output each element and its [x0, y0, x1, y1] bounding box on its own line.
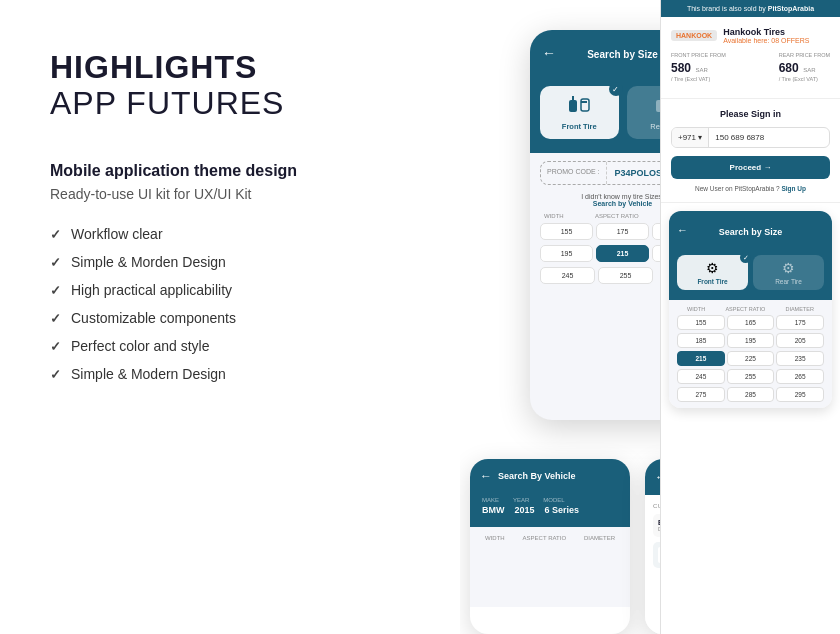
check-icon-3: ✓: [50, 283, 61, 298]
vehicle-values: BMW 2015 6 Series: [482, 505, 618, 515]
check-icon-5: ✓: [50, 339, 61, 354]
sign-up-link[interactable]: Sign Up: [781, 185, 806, 192]
cart-title-row: ← My Cart: [655, 470, 660, 484]
mini-check-badge: ✓: [740, 252, 751, 263]
mini-245[interactable]: 245: [677, 369, 725, 384]
rear-sar: SAR: [803, 67, 815, 73]
mini-search-phone: ← Search by Size ✓ ⚙ Front Tire ⚙ Rear T…: [669, 211, 832, 408]
pitstop-link[interactable]: PitStopArabia: [768, 5, 814, 12]
vehicle-labels: MAKE YEAR MODEL: [482, 497, 618, 503]
search-by-vehicle-link[interactable]: Search by Vehicle: [593, 200, 653, 207]
mini-295[interactable]: 295: [776, 387, 824, 402]
hankook-info: Hankook Tires Available here: 08 OFFERS: [723, 27, 809, 44]
check-icon-2: ✓: [50, 255, 61, 270]
proceed-button[interactable]: Proceed →: [671, 156, 830, 179]
size-195[interactable]: 195: [540, 245, 593, 262]
size-245[interactable]: 245: [540, 267, 595, 284]
size-215-selected[interactable]: 215: [596, 245, 649, 262]
size-255[interactable]: 255: [598, 267, 653, 284]
size-row-2: 195 215 235: [540, 245, 660, 262]
mini-rear-icon: ⚙: [756, 260, 821, 276]
size-185[interactable]: 185: [652, 223, 660, 240]
mini-185[interactable]: 185: [677, 333, 725, 348]
front-tire-option[interactable]: ✓ Front Tire: [540, 86, 619, 139]
mini-155[interactable]: 155: [677, 315, 725, 330]
feature-list: ✓ Workflow clear ✓ Simple & Morden Desig…: [50, 226, 420, 382]
bridgestone-card: BRIDGESTONE Bridgestone Tire FRONT SIZE …: [653, 542, 660, 568]
promo-label: PROMO CODE :: [541, 162, 607, 184]
mini-row-4: 245 255 265: [677, 369, 824, 384]
hankook-section: HANKOOK Hankook Tires Available here: 08…: [661, 17, 840, 99]
mini-size-grid: WIDTH ASPECT RATIO DIAMETER 155 165 175 …: [669, 300, 832, 408]
mini-165[interactable]: 165: [727, 315, 775, 330]
rear-tire-option[interactable]: Rear Tire: [627, 86, 661, 139]
mini-205[interactable]: 205: [776, 333, 824, 348]
back-arrow[interactable]: ←: [542, 45, 556, 61]
size-155[interactable]: 155: [540, 223, 593, 240]
mini-row-5: 275 285 295: [677, 387, 824, 402]
right-panel: This brand is also sold by PitStopArabia…: [660, 0, 840, 634]
mini-front-label: Front Tire: [680, 278, 745, 285]
new-user-text: New User on PitStopArabia ? Sign Up: [671, 185, 830, 192]
mockups-area: ← Search by Size ✓ Front Tire Rear Tire: [460, 0, 660, 634]
booking-card: Booking No : 2560E369 Date: 05, JAN 2020…: [653, 514, 660, 537]
mini-235[interactable]: 235: [776, 351, 824, 366]
svg-rect-0: [569, 100, 577, 112]
booking-top: Booking No : 2560E369 Date: 05, JAN 2020…: [658, 519, 660, 532]
rear-price: 680: [779, 61, 799, 75]
search-vehicle-header: ← Search By Vehicle: [470, 459, 630, 493]
bridgestone-logo: BRIDGESTONE: [658, 547, 660, 563]
mini-row-2: 185 195 205: [677, 333, 824, 348]
promo-section: PROMO CODE : P34POLOS: [530, 153, 660, 193]
price-row: FRONT PRICE FROM 580 SAR / Tire (Excl VA…: [671, 52, 830, 82]
signin-section: Please Sign in +971 ▾ 150 689 6878 Proce…: [661, 99, 840, 202]
feature-item-3: ✓ High practical applicability: [50, 282, 420, 298]
mini-285[interactable]: 285: [727, 387, 775, 402]
dont-know-text: I didn't know my tire Sizes. Search by V…: [530, 193, 660, 207]
right-search-phone: ← Search by Size ✓ ⚙ Front Tire ⚙ Rear T…: [661, 203, 840, 416]
mini-215[interactable]: 215: [677, 351, 725, 366]
cart-body: CURRENT ORDERS AND BOOKINGS Booking No :…: [645, 495, 660, 634]
check-badge: ✓: [609, 82, 623, 96]
main-phone-mockup: ← Search by Size ✓ Front Tire Rear Tire: [530, 30, 660, 420]
search-vehicle-title: Search By Vehicle: [498, 471, 576, 481]
mini-265[interactable]: 265: [776, 369, 824, 384]
promo-box[interactable]: PROMO CODE : P34POLOS: [540, 161, 660, 185]
mini-back-icon[interactable]: ←: [677, 224, 688, 236]
mini-front-tire[interactable]: ✓ ⚙ Front Tire: [677, 255, 748, 290]
hankook-logo: HANKOOK: [671, 30, 717, 41]
cart-back-icon[interactable]: ←: [655, 470, 660, 484]
mini-225[interactable]: 225: [727, 351, 775, 366]
mini-headers: WIDTH ASPECT RATIO DIAMETER: [677, 306, 824, 312]
mini-255[interactable]: 255: [727, 369, 775, 384]
size-row-3: 245 255: [540, 267, 660, 284]
hankook-header: HANKOOK Hankook Tires Available here: 08…: [671, 27, 830, 44]
size-table: WIDTH ASPECT RATIO DIAMETER 155 175 185 …: [530, 213, 660, 284]
bottom-right-phone: ← My Cart 🔔 CURRENT ORDERS AND BOOKINGS …: [645, 459, 660, 634]
mini-195[interactable]: 195: [727, 333, 775, 348]
mini-275[interactable]: 275: [677, 387, 725, 402]
phone-input-row[interactable]: +971 ▾ 150 689 6878: [671, 127, 830, 148]
size-235[interactable]: 235: [652, 245, 660, 262]
front-price-block: FRONT PRICE FROM 580 SAR / Tire (Excl VA…: [671, 52, 726, 82]
front-tire-icon: [544, 94, 615, 119]
front-price-label: FRONT PRICE FROM: [671, 52, 726, 58]
rear-tire-label: Rear Tire: [631, 122, 661, 131]
left-panel: HIGHLIGHTS APP FUTURES Mobile applicatio…: [0, 0, 460, 634]
orders-label: CURRENT ORDERS AND BOOKINGS: [653, 503, 660, 509]
front-tire-label: Front Tire: [544, 122, 615, 131]
mini-phone-header: ← Search by Size: [669, 211, 832, 249]
back-icon[interactable]: ←: [480, 469, 492, 483]
vehicle-size-area: WIDTH ASPECT RATIO DIAMETER: [470, 527, 630, 607]
section-subtitle: Mobile application theme design: [50, 162, 420, 180]
mini-rear-tire[interactable]: ⚙ Rear Tire: [753, 255, 824, 290]
size-headers: WIDTH ASPECT RATIO DIAMETER: [540, 213, 660, 219]
size-175[interactable]: 175: [596, 223, 649, 240]
front-price: 580: [671, 61, 691, 75]
front-sar: SAR: [695, 67, 707, 73]
svg-rect-4: [656, 100, 660, 112]
mini-175[interactable]: 175: [776, 315, 824, 330]
svg-rect-3: [581, 99, 589, 111]
phone-code[interactable]: +971 ▾: [672, 128, 709, 147]
tire-options-row: ✓ Front Tire Rear Tire: [530, 76, 660, 153]
